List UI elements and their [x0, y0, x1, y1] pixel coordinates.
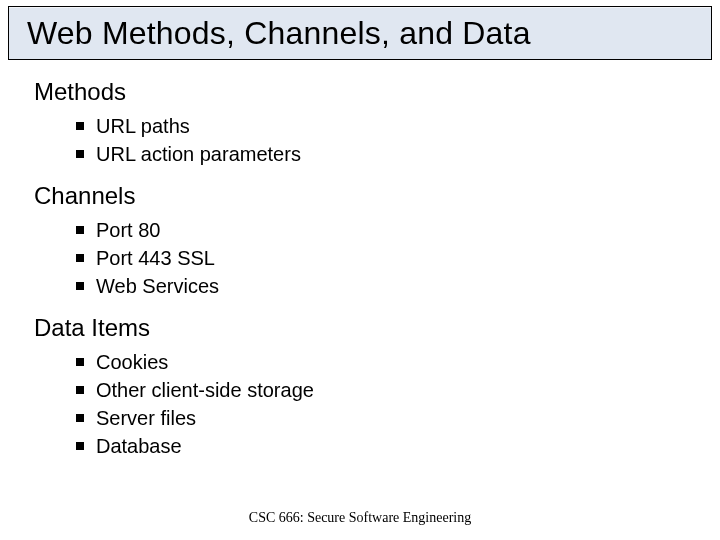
list-item: Web Services: [76, 272, 690, 300]
list-item: Database: [76, 432, 690, 460]
bullet-list-channels: Port 80 Port 443 SSL Web Services: [34, 216, 690, 300]
bullet-list-methods: URL paths URL action parameters: [34, 112, 690, 168]
section-heading-channels: Channels: [34, 182, 690, 210]
list-item: Port 443 SSL: [76, 244, 690, 272]
list-item: Cookies: [76, 348, 690, 376]
list-item: Other client-side storage: [76, 376, 690, 404]
bullet-list-data-items: Cookies Other client-side storage Server…: [34, 348, 690, 460]
list-item: Port 80: [76, 216, 690, 244]
list-item: URL paths: [76, 112, 690, 140]
slide-title: Web Methods, Channels, and Data: [27, 15, 531, 52]
title-bar: Web Methods, Channels, and Data: [8, 6, 712, 60]
list-item: URL action parameters: [76, 140, 690, 168]
slide-content: Methods URL paths URL action parameters …: [34, 78, 690, 474]
section-heading-methods: Methods: [34, 78, 690, 106]
slide-footer: CSC 666: Secure Software Engineering: [0, 510, 720, 526]
slide: Web Methods, Channels, and Data Methods …: [0, 0, 720, 540]
list-item: Server files: [76, 404, 690, 432]
section-heading-data-items: Data Items: [34, 314, 690, 342]
